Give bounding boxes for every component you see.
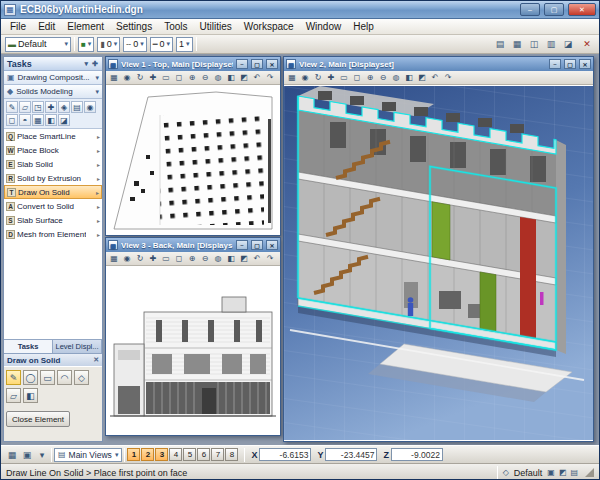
attribute-combo[interactable]: ━ 0 ▾ — [150, 37, 173, 52]
task-list-item[interactable]: Q Place SmartLine ▸ — [4, 129, 102, 143]
view-maximize-button[interactable]: ▢ — [251, 59, 263, 69]
view-toolbar-icon[interactable]: ⊖ — [377, 72, 389, 84]
coordinate-value[interactable]: -9.0022 — [391, 448, 443, 461]
view-group-combo[interactable]: ▤ Main Views ▾ — [54, 448, 122, 462]
attribute-combo[interactable]: ╌ 0 ▾ — [123, 37, 146, 52]
view1-titlebar[interactable]: ▦ View 1 - Top, Main [Displayset] – ▢ ✕ — [106, 57, 280, 71]
view-toolbar-icon[interactable]: ◩ — [238, 72, 250, 84]
toolbar-icon[interactable]: ▤ — [492, 36, 508, 52]
toolbox-icon[interactable]: ▦ — [32, 114, 44, 126]
view-toggle-button[interactable]: 6 — [197, 448, 210, 461]
close-element-button[interactable]: Close Element — [6, 411, 70, 427]
menu-item[interactable]: Tools — [158, 20, 193, 33]
task-list-item[interactable]: R Solid by Extrusion ▸ — [4, 171, 102, 185]
view-toolbar-icon[interactable]: ↻ — [134, 253, 146, 265]
task-list-item[interactable]: D Mesh from Element ▸ — [4, 227, 102, 241]
tool-settings-combo-icon[interactable]: ◧ — [23, 388, 38, 403]
view-toolbar-icon[interactable]: ▦ — [108, 72, 120, 84]
view-toolbar-icon[interactable]: ↶ — [251, 253, 263, 265]
toolbox-icon[interactable]: ✎ — [6, 101, 18, 113]
view-close-button[interactable]: ✕ — [579, 59, 591, 69]
panel-menu-icon[interactable]: ▾ — [84, 60, 90, 68]
tasks-panel-header[interactable]: Tasks ▾ ✚ — [4, 57, 102, 71]
view-toolbar-icon[interactable]: ↶ — [429, 72, 441, 84]
task-list-item[interactable]: S Slab Surface ▸ — [4, 213, 102, 227]
view-toolbar-icon[interactable]: ◻ — [351, 72, 363, 84]
view-toolbar-icon[interactable]: ◧ — [225, 253, 237, 265]
toolbox-icon[interactable]: ✚ — [45, 101, 57, 113]
pin-icon[interactable]: ✚ — [91, 60, 99, 68]
menu-item[interactable]: Workspace — [238, 20, 300, 33]
view-maximize-button[interactable]: ▢ — [564, 59, 576, 69]
minimize-button[interactable]: – — [520, 3, 540, 16]
view-group-icon[interactable]: ▾ — [35, 448, 49, 462]
view-toolbar-icon[interactable]: ⊖ — [199, 253, 211, 265]
active-level-combo[interactable]: ▬ Default ▾ — [5, 37, 71, 52]
snap-mode-icon[interactable]: ◇ — [503, 468, 509, 477]
maximize-button[interactable]: ▢ — [544, 3, 564, 16]
view-group-icon[interactable]: ▣ — [20, 448, 34, 462]
menu-item[interactable]: Settings — [110, 20, 158, 33]
toolbox-icon[interactable]: ◳ — [32, 101, 44, 113]
tool-settings-header[interactable]: Draw on Solid ✕ — [4, 353, 102, 366]
toolbox-icon[interactable]: ▤ — [71, 101, 83, 113]
menu-item[interactable]: Utilities — [194, 20, 238, 33]
view-toolbar-icon[interactable]: ↻ — [134, 72, 146, 84]
toolbar-icon[interactable]: ▥ — [543, 36, 559, 52]
view-toolbar-icon[interactable]: ↶ — [251, 72, 263, 84]
view-minimize-button[interactable]: – — [236, 240, 248, 250]
view-toggle-button[interactable]: 7 — [211, 448, 224, 461]
tool-settings-icon[interactable]: ◠ — [57, 370, 72, 385]
view1-canvas[interactable] — [106, 85, 280, 235]
active-model-label[interactable]: Default — [514, 468, 543, 478]
toolbar-icon[interactable]: ◫ — [526, 36, 542, 52]
coordinate-value[interactable]: -6.6153 — [259, 448, 311, 461]
status-icon[interactable]: ▣ — [547, 468, 555, 477]
transparency-combo[interactable]: 1 ▾ — [176, 37, 193, 52]
toolbox-icon[interactable]: ◓ — [19, 114, 31, 126]
tool-settings-icon[interactable]: ▭ — [40, 370, 55, 385]
toolbar-icon[interactable]: ▦ — [509, 36, 525, 52]
view-close-button[interactable]: ✕ — [266, 240, 278, 250]
view-toolbar-icon[interactable]: ↻ — [312, 72, 324, 84]
resize-grip[interactable] — [585, 468, 594, 477]
close-button[interactable]: ✕ — [568, 3, 596, 16]
attribute-combo[interactable]: ▮ 0 ▾ — [97, 37, 120, 52]
view-toolbar-icon[interactable]: ⊕ — [364, 72, 376, 84]
view-toggle-button[interactable]: 3 — [155, 448, 168, 461]
view-toolbar-icon[interactable]: ◧ — [403, 72, 415, 84]
view2-canvas[interactable] — [284, 85, 593, 441]
view-toolbar-icon[interactable]: ↷ — [442, 72, 454, 84]
view-menu-icon[interactable]: ▦ — [108, 59, 118, 69]
task-list-item[interactable]: W Place Block ▸ — [4, 143, 102, 157]
view-toolbar-icon[interactable]: ⊕ — [186, 72, 198, 84]
toolbox-icon[interactable]: ◉ — [84, 101, 96, 113]
panel-tab[interactable]: Level Displ... — [53, 340, 102, 353]
window-titlebar[interactable]: ▦ ECB06byMartinHedin.dgn – ▢ ✕ — [1, 1, 599, 19]
view-toolbar-icon[interactable]: ↷ — [264, 253, 276, 265]
view-toolbar-icon[interactable]: ⊕ — [186, 253, 198, 265]
task-list-item[interactable]: A Convert to Solid ▸ — [4, 199, 102, 213]
view-toolbar-icon[interactable]: ↷ — [264, 72, 276, 84]
view-toolbar-icon[interactable]: ◍ — [212, 72, 224, 84]
view-maximize-button[interactable]: ▢ — [251, 240, 263, 250]
view-toolbar-icon[interactable]: ◉ — [121, 72, 133, 84]
view-toolbar-icon[interactable]: ◻ — [173, 72, 185, 84]
task-list-item[interactable]: E Slab Solid ▸ — [4, 157, 102, 171]
view-group-icon[interactable]: ▦ — [5, 448, 19, 462]
view-toolbar-icon[interactable]: ◧ — [225, 72, 237, 84]
exit-design-icon[interactable]: ✕ — [579, 36, 595, 52]
view-menu-icon[interactable]: ▦ — [108, 240, 118, 250]
view2-titlebar[interactable]: ▦ View 2, Main [Displayset] – ▢ ✕ — [284, 57, 593, 71]
view-toggle-button[interactable]: 2 — [141, 448, 154, 461]
menu-item[interactable]: Edit — [32, 20, 61, 33]
status-icon[interactable]: ◩ — [559, 468, 567, 477]
toolbar-icon[interactable]: ◪ — [560, 36, 576, 52]
panel-tab[interactable]: Tasks — [4, 340, 53, 353]
view-toolbar-icon[interactable]: ✚ — [325, 72, 337, 84]
status-icon[interactable]: ▤ — [570, 468, 578, 477]
view-toolbar-icon[interactable]: ▦ — [108, 253, 120, 265]
tool-settings-icon[interactable]: ✎ — [6, 370, 21, 385]
view-menu-icon[interactable]: ▦ — [286, 59, 296, 69]
menu-item[interactable]: Help — [347, 20, 380, 33]
